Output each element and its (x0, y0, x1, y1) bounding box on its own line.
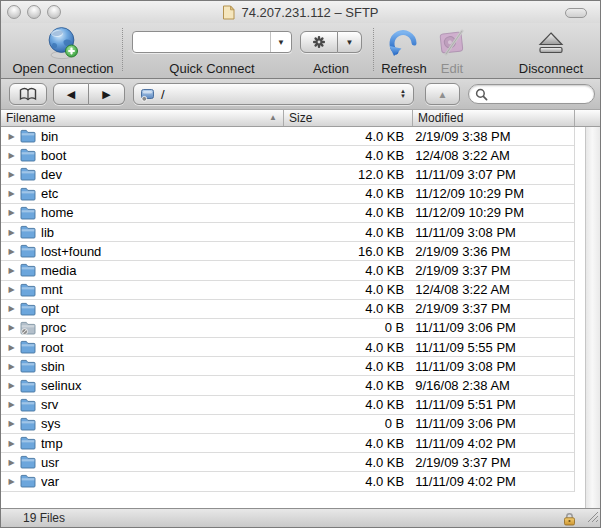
table-row[interactable]: ▶ etc 4.0 KB 11/12/09 10:29 PM (1, 185, 574, 204)
table-row[interactable]: ▶ proc 0 B 11/11/09 3:06 PM (1, 319, 574, 338)
refresh-button[interactable]: Refresh (379, 26, 429, 76)
disconnect-label: Disconnect (519, 62, 583, 76)
file-size: 4.0 KB (282, 397, 410, 412)
disclosure-icon[interactable]: ▶ (6, 170, 17, 179)
table-row[interactable]: ▶ root 4.0 KB 11/11/09 5:55 PM (1, 338, 574, 357)
folder-icon (20, 225, 37, 239)
file-modified: 11/11/09 3:06 PM (410, 320, 574, 335)
disclosure-icon[interactable]: ▶ (6, 343, 17, 352)
file-name: media (41, 263, 282, 278)
toolbar-toggle-button[interactable] (565, 8, 587, 18)
sftp-browser-window: 74.207.231.112 – SFTP (0, 0, 601, 528)
table-row[interactable]: ▶ sys 0 B 11/11/09 3:06 PM (1, 415, 574, 434)
action-button[interactable] (300, 31, 338, 53)
file-modified: 11/12/09 10:29 PM (410, 205, 574, 220)
titlebar[interactable]: 74.207.231.112 – SFTP (1, 1, 600, 23)
disclosure-icon[interactable]: ▶ (6, 285, 17, 294)
close-button[interactable] (7, 5, 21, 19)
file-modified: 11/11/09 3:08 PM (410, 225, 574, 240)
toolbar-separator (373, 28, 374, 71)
search-input[interactable] (491, 86, 585, 102)
resize-grip[interactable] (586, 510, 599, 526)
folder-icon (20, 359, 37, 373)
disclosure-icon[interactable]: ▶ (6, 266, 17, 275)
eject-icon (536, 26, 566, 60)
table-row[interactable]: ▶ usr 4.0 KB 2/19/09 3:37 PM (1, 453, 574, 472)
table-row[interactable]: ▶ boot 4.0 KB 12/4/08 3:22 AM (1, 146, 574, 165)
table-row[interactable]: ▶ var 4.0 KB 11/11/09 4:02 PM (1, 472, 574, 491)
disclosure-icon[interactable]: ▶ (6, 151, 17, 160)
file-name: tmp (41, 436, 282, 451)
disclosure-icon[interactable]: ▶ (6, 400, 17, 409)
disclosure-icon[interactable]: ▶ (6, 228, 17, 237)
forward-icon: ▶ (102, 88, 110, 101)
file-modified: 11/12/09 10:29 PM (410, 186, 574, 201)
table-row[interactable]: ▶ tmp 4.0 KB 11/11/09 4:02 PM (1, 434, 574, 453)
disclosure-icon[interactable]: ▶ (6, 439, 17, 448)
table-row[interactable]: ▶ opt 4.0 KB 2/19/09 3:37 PM (1, 300, 574, 319)
table-row[interactable]: ▶ media 4.0 KB 2/19/09 3:37 PM (1, 261, 574, 280)
search-field[interactable] (468, 84, 595, 104)
folder-icon (20, 379, 37, 393)
disclosure-icon[interactable]: ▶ (6, 304, 17, 313)
quick-connect-dropdown-icon[interactable]: ▼ (270, 32, 291, 52)
file-size: 4.0 KB (282, 205, 410, 220)
table-row[interactable]: ▶ lib 4.0 KB 11/11/09 3:08 PM (1, 223, 574, 242)
table-row[interactable]: ▶ selinux 4.0 KB 9/16/08 2:38 AM (1, 376, 574, 395)
column-header-filename[interactable]: Filename ▲ (1, 110, 283, 126)
file-modified: 2/19/09 3:37 PM (410, 301, 574, 316)
file-size: 4.0 KB (282, 474, 410, 489)
quick-connect-label: Quick Connect (169, 62, 254, 76)
disclosure-icon[interactable]: ▶ (6, 208, 17, 217)
go-up-button[interactable]: ▲ (425, 83, 460, 105)
column-header-modified[interactable]: Modified (412, 110, 574, 126)
disclosure-icon[interactable]: ▶ (6, 362, 17, 371)
disclosure-icon[interactable]: ▶ (6, 458, 17, 467)
file-size: 4.0 KB (282, 129, 410, 144)
back-button[interactable]: ◀ (53, 83, 89, 105)
table-row[interactable]: ▶ lost+found 16.0 KB 2/19/09 3:36 PM (1, 242, 574, 261)
sort-ascending-icon: ▲ (269, 113, 277, 122)
table-row[interactable]: ▶ home 4.0 KB 11/12/09 10:29 PM (1, 204, 574, 223)
disclosure-icon[interactable]: ▶ (6, 477, 17, 486)
action-dropdown-icon: ▼ (346, 38, 354, 47)
quick-connect-value[interactable] (133, 32, 270, 52)
folder-icon (20, 167, 37, 181)
disconnect-button[interactable]: Disconnect (506, 26, 596, 76)
action-dropdown-button[interactable]: ▼ (338, 31, 362, 53)
table-row[interactable]: ▶ mnt 4.0 KB 12/4/08 3:22 AM (1, 281, 574, 300)
column-header-size[interactable]: Size (283, 110, 412, 126)
table-row[interactable]: ▶ dev 12.0 KB 11/11/09 3:07 PM (1, 165, 574, 184)
zoom-button[interactable] (47, 5, 61, 19)
file-name: bin (41, 129, 282, 144)
file-modified: 11/11/09 4:02 PM (410, 474, 574, 489)
toolbar-separator (122, 28, 123, 71)
file-size: 4.0 KB (282, 436, 410, 451)
column-header-blank (574, 110, 600, 126)
disclosure-icon[interactable]: ▶ (6, 132, 17, 141)
table-row[interactable]: ▶ bin 4.0 KB 2/19/09 3:38 PM (1, 127, 574, 146)
minimize-button[interactable] (27, 5, 41, 19)
disclosure-icon[interactable]: ▶ (6, 419, 17, 428)
vertical-scrollbar[interactable] (585, 127, 600, 508)
file-modified: 2/19/09 3:36 PM (410, 244, 574, 259)
bookmarks-button[interactable] (9, 83, 47, 105)
up-arrow-icon: ▲ (438, 89, 448, 100)
forward-button[interactable]: ▶ (89, 83, 125, 105)
disclosure-icon[interactable]: ▶ (6, 247, 17, 256)
file-modified: 2/19/09 3:37 PM (410, 263, 574, 278)
quick-connect-combobox[interactable]: ▼ (132, 31, 292, 53)
path-popup[interactable]: / ▲▼ (133, 83, 414, 105)
disclosure-icon[interactable]: ▶ (6, 381, 17, 390)
disclosure-icon[interactable]: ▶ (6, 323, 17, 332)
disclosure-icon[interactable]: ▶ (6, 189, 17, 198)
open-connection-button[interactable]: Open Connection (7, 26, 119, 76)
folder-icon (20, 283, 37, 297)
file-name: mnt (41, 282, 282, 297)
table-row[interactable]: ▶ srv 4.0 KB 11/11/09 5:51 PM (1, 396, 574, 415)
file-modified: 11/11/09 3:07 PM (410, 167, 574, 182)
file-name: sys (41, 416, 282, 431)
folder-icon (20, 302, 37, 316)
file-size: 16.0 KB (282, 244, 410, 259)
table-row[interactable]: ▶ sbin 4.0 KB 11/11/09 3:08 PM (1, 357, 574, 376)
